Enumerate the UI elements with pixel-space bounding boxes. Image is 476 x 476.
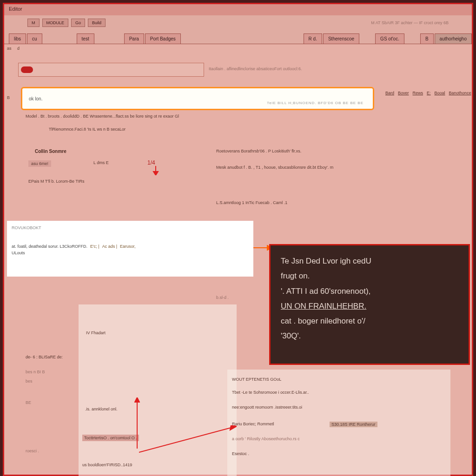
subnav-5[interactable]: Booal	[435, 91, 445, 95]
tab-port-badges[interactable]: Port Badges	[145, 33, 181, 44]
rdoc-l1: WOUT EPTENETIS GOoL	[232, 377, 281, 382]
code-line-3c: 1/4	[147, 159, 155, 166]
right-line-3: L.S.amntloog 1 InTic Fuecab . Caml .1	[216, 200, 287, 205]
app-window: Editor M MODULE Go Build M AT SbAIR 3F a…	[3, 3, 473, 476]
tab-ster[interactable]: Stherenscoe	[323, 33, 359, 44]
doc-l2: de- 6 : BLISaRE de:	[26, 355, 63, 359]
toolbar: M MODULE Go Build M AT SbAIR 3F achter —…	[4, 15, 472, 30]
toolbar-btn-go[interactable]: Go	[71, 19, 85, 27]
tab-test[interactable]: test	[77, 33, 94, 44]
highlight-meta: TelE BILL H;BUNOEND. BFD'D6 OB BE BE BE	[267, 101, 364, 105]
status-badge-icon	[21, 66, 33, 73]
callout-box: Te Jsn Ded Lvor igh cedU frugt on. '. AT…	[269, 244, 470, 365]
doc-l3: bes n BI B	[26, 370, 45, 374]
toolbar-btn-m[interactable]: M	[27, 19, 40, 27]
code-line-2: TlRienomnce.Faci.8 'Is IL ws n B secaLor	[49, 127, 126, 132]
callout-l2: frugt on.	[281, 269, 458, 284]
toolbar-btn-module[interactable]: MODULE	[42, 19, 69, 27]
subnav-3[interactable]: Rews	[413, 91, 423, 95]
toolbar-btn-build[interactable]: Build	[88, 19, 106, 27]
code-line-3b: L dms E	[93, 160, 109, 165]
toolbar-status: M AT SbAIR 3F achter — IF croct orey 6B	[371, 20, 449, 25]
detail-row-1: at. foatil, deathedal sorur. L3CkoROFFD.…	[12, 244, 249, 249]
gutter-2: d	[17, 46, 20, 51]
doc-l9: us booldloen'FIRISD..1419	[82, 463, 132, 467]
svg-line-6	[139, 427, 233, 452]
detail-panel: ROVUKOBOKT at. foatil, deathedal sorur. …	[7, 221, 253, 277]
tab-cu[interactable]: cu	[27, 33, 42, 44]
rdoc-l5: a oorb ' Rilostly Aboseethorucho.rs c	[232, 436, 300, 441]
mid-line: b.sl-d .	[216, 295, 229, 300]
tab-gs[interactable]: GS ot'oc.	[375, 33, 404, 44]
tab-libs[interactable]: libs	[9, 33, 26, 44]
tab-rd[interactable]: R d.	[304, 33, 322, 44]
tab-para[interactable]: Para	[124, 33, 144, 44]
arrow-diag-icon	[139, 425, 237, 453]
callout-l1: Te Jsn Ded Lvor igh cedU	[281, 254, 458, 269]
callout-l4: UN ON FRAINLHEHBR.	[281, 299, 458, 314]
rdoc-l2: Tbet -Le te Sohsromooe i occer.E-Llis.ar…	[232, 390, 309, 395]
subnav: Bard Bover Rews E: Booal Banothonce	[385, 91, 471, 95]
callout-l6: '30Q'.	[281, 329, 458, 344]
gutter-1: as	[7, 46, 12, 51]
code-line-4: EPais M T'll b. Lorom-Be TIRs	[28, 179, 84, 184]
detail-panel-header: ROVUKOBOKT	[12, 225, 249, 230]
rdoc-l3: nee:engoott reomoorn .isstreeer.tits.oi	[232, 405, 302, 410]
svg-marker-1	[153, 172, 158, 175]
detail-row-2: ULouts	[12, 251, 249, 255]
status-text-right: Itaollain . aflinedlinclorise absaticeoF…	[209, 66, 302, 71]
doc-l6: .is. annklonel onl.	[85, 407, 118, 411]
doc-l8: roesci .	[26, 449, 39, 453]
svg-marker-5	[135, 397, 139, 402]
panel-header	[18, 63, 204, 77]
arrow-down-icon	[152, 166, 159, 175]
code-line-3a: asu 6me!	[28, 160, 51, 167]
doc-l1: IV Fhadart	[86, 331, 106, 335]
right-line-1: Roetoverans Borathrsb'06 . P Loskitiuth'…	[216, 149, 301, 153]
subnav-4[interactable]: E:	[427, 91, 431, 95]
callout-l3: '. ATTI I ad 60'sronenoot),	[281, 284, 458, 299]
tabstrip: libs cu test Para Port Badges R d. Sther…	[4, 30, 472, 44]
tab-b[interactable]: B	[420, 33, 434, 44]
content-area: as d B Itaollain . aflinedlinclorise abs…	[4, 44, 472, 475]
doc-l7: TocttrtertisO . on'comtool O .	[82, 435, 139, 441]
detail-row-1-text: at. foatil, deathedal sorur. L3CkoROFFD.	[12, 244, 87, 249]
callout-l5: cat . boger niledhoret o'/	[281, 314, 458, 329]
detail-row-1b: E'c; |	[90, 244, 99, 249]
subnav-2[interactable]: Bover	[398, 91, 409, 95]
gutter-3: B	[7, 95, 10, 100]
titlebar: Editor	[4, 4, 472, 15]
detail-row-1c: Ac ads |	[102, 244, 117, 249]
section-header: Collin Sonmre	[35, 149, 66, 154]
detail-row-2-text: ULouts	[12, 251, 25, 255]
svg-marker-7	[230, 425, 237, 430]
code-line-1: Model . Bt . broots . dooliddD . BE Wras…	[26, 114, 179, 119]
highlight-text: ok lon.	[29, 96, 42, 101]
tab-author[interactable]: authorheigho	[435, 33, 472, 44]
doc-l4: bes	[26, 379, 33, 383]
rdoc-l4b: S30.18S IRE Rontherur	[330, 422, 377, 427]
doc-l5: BE	[26, 400, 31, 405]
right-line-2: Mesk anudbot f . B. , T1 , hooue, sbucas…	[216, 165, 333, 170]
detail-row-1d: Earusor,	[120, 244, 136, 249]
subnav-1[interactable]: Bard	[385, 91, 394, 95]
rdoc-l4: Rariu Boriec; Rommetl	[232, 422, 274, 426]
subnav-6[interactable]: Banothonce	[449, 91, 471, 95]
title-text: Editor	[9, 6, 22, 12]
search-highlight-box[interactable]: ok lon. TelE BILL H;BUNOEND. BFD'D6 OB B…	[21, 87, 374, 110]
